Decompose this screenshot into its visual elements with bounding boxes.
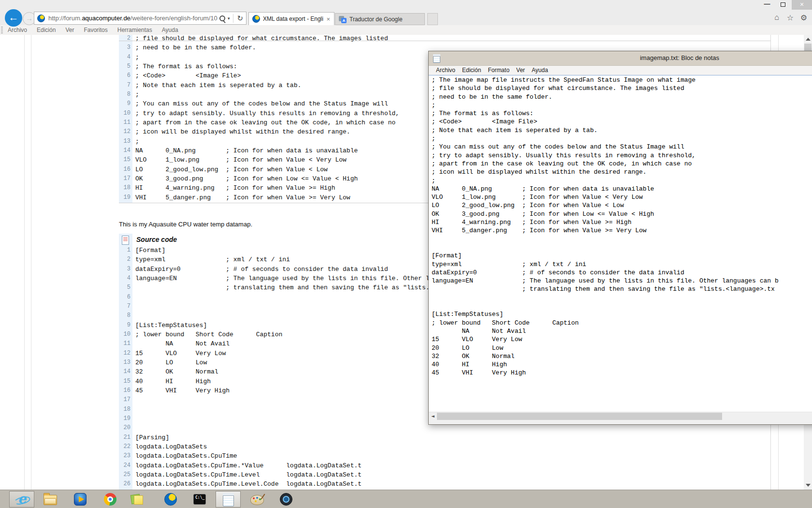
new-tab-button[interactable] (427, 13, 438, 25)
notepad-menu-bar: Archivo Edición Formato Ver Ayuda (429, 66, 812, 75)
browser-menu-bar: Archivo Edición Ver Favoritos Herramient… (0, 25, 812, 35)
taskbar-sticky-notes[interactable] (125, 491, 150, 508)
page-border-left-outer (24, 35, 25, 490)
scroll-left-icon[interactable]: ◄ (429, 412, 437, 420)
menu-favoritos[interactable]: Favoritos (79, 27, 112, 33)
paint-icon (250, 493, 263, 506)
menu-ayuda[interactable]: Ayuda (157, 27, 183, 33)
command-prompt-icon: C:\_ (193, 493, 206, 506)
translate-icon: A (339, 15, 347, 23)
line-numbers: 1 2 3 4 5 6 7 8 9 10 11 12 13 14 15 16 1… (119, 246, 130, 489)
internet-explorer-icon: e (15, 493, 29, 506)
divider (119, 41, 770, 41)
tab-label: XML data export - English f... (263, 15, 323, 22)
np-menu-archivo[interactable]: Archivo (433, 66, 459, 75)
taskbar-aquacomputer[interactable] (158, 491, 183, 508)
url-scheme: http://forum. (48, 15, 82, 22)
scroll-up-icon[interactable] (806, 38, 811, 41)
notepad-text-area[interactable]: ; The image map file instructs the Speed… (429, 75, 812, 412)
blue-app-icon (279, 493, 293, 506)
notepad-text[interactable]: ; The image map file instructs the Speed… (429, 75, 812, 377)
taskbar-blue-app[interactable] (274, 491, 299, 508)
notepad-hscrollbar[interactable]: ◄ (429, 412, 812, 420)
scroll-down-icon[interactable] (806, 484, 811, 487)
favorites-star-icon[interactable]: ☆ (785, 13, 796, 22)
taskbar-media-player[interactable] (68, 491, 93, 508)
notepad-title: imagemap.txt: Bloc de notas (429, 54, 812, 61)
menu-edicion[interactable]: Edición (32, 27, 60, 33)
back-button[interactable]: ← (5, 9, 22, 27)
aquacomputer-favicon (252, 15, 260, 23)
url-domain: aquacomputer.de (82, 15, 130, 22)
browser-chrome: ← → http://forum.aquacomputer.de/weitere… (0, 0, 812, 35)
media-player-icon (73, 493, 87, 506)
np-menu-formato[interactable]: Formato (484, 66, 513, 75)
desktop: ← → http://forum.aquacomputer.de/weitere… (0, 0, 812, 508)
restore-button[interactable] (776, 0, 790, 10)
restore-icon (781, 2, 785, 7)
taskbar-command-prompt[interactable]: C:\_ (187, 491, 212, 508)
home-icon[interactable]: ⌂ (771, 13, 782, 22)
refresh-icon[interactable]: ↻ (233, 14, 243, 23)
source-code-icon (122, 236, 129, 245)
url-path: /weitere-foren/english-forum/102913-xml (130, 15, 218, 22)
notepad-icon (221, 493, 235, 506)
tab-xml-data-export[interactable]: XML data export - English f... × (248, 12, 334, 25)
notepad-titlebar[interactable]: imagemap.txt: Bloc de notas (429, 51, 812, 66)
url-text[interactable]: http://forum.aquacomputer.de/weitere-for… (48, 15, 218, 22)
np-menu-edicion[interactable]: Edición (459, 66, 484, 75)
chevron-down-icon[interactable]: ▾ (228, 16, 230, 21)
menu-archivo[interactable]: Archivo (3, 27, 32, 33)
taskbar: e C:\_ (0, 490, 812, 508)
notepad-window: imagemap.txt: Bloc de notas Archivo Edic… (428, 51, 812, 425)
post-text: This is my Aquasuite CPU water temp data… (119, 221, 252, 228)
menu-herramientas[interactable]: Herramientas (113, 27, 157, 33)
page-border-left-inner (31, 35, 31, 490)
np-menu-ver[interactable]: Ver (513, 66, 528, 75)
line-numbers: 2 3 4 5 6 7 8 9 10 11 12 13 14 15 16 17 … (119, 35, 130, 202)
translate-icon-letter: A (341, 18, 347, 23)
minimize-button[interactable]: — (760, 0, 774, 10)
search-icon[interactable] (219, 15, 225, 21)
close-button[interactable]: × (792, 0, 812, 10)
menu-ver[interactable]: Ver (60, 27, 79, 33)
aquacomputer-icon (164, 493, 177, 506)
file-explorer-icon (43, 493, 57, 506)
tab-google-translate[interactable]: A Traductor de Google (335, 13, 425, 25)
aquacomputer-favicon (37, 15, 45, 22)
chrome-icon (103, 493, 117, 506)
tab-label: Traductor de Google (349, 16, 424, 23)
sticky-notes-icon (130, 493, 144, 506)
code-text: ; file should be displayed for what circ… (135, 35, 399, 202)
taskbar-notepad[interactable] (216, 491, 241, 508)
settings-gear-icon[interactable]: ⚙ (798, 13, 809, 22)
tab-close-icon[interactable]: × (323, 15, 334, 23)
taskbar-paint[interactable] (244, 491, 269, 508)
taskbar-file-explorer[interactable] (37, 491, 62, 508)
np-menu-ayuda[interactable]: Ayuda (528, 66, 551, 75)
taskbar-chrome[interactable] (98, 491, 123, 508)
taskbar-internet-explorer[interactable]: e (9, 491, 34, 508)
hscrollbar-thumb[interactable] (437, 413, 722, 420)
address-bar[interactable]: http://forum.aquacomputer.de/weitere-for… (34, 12, 246, 25)
code-block-title: Source code (136, 236, 177, 243)
